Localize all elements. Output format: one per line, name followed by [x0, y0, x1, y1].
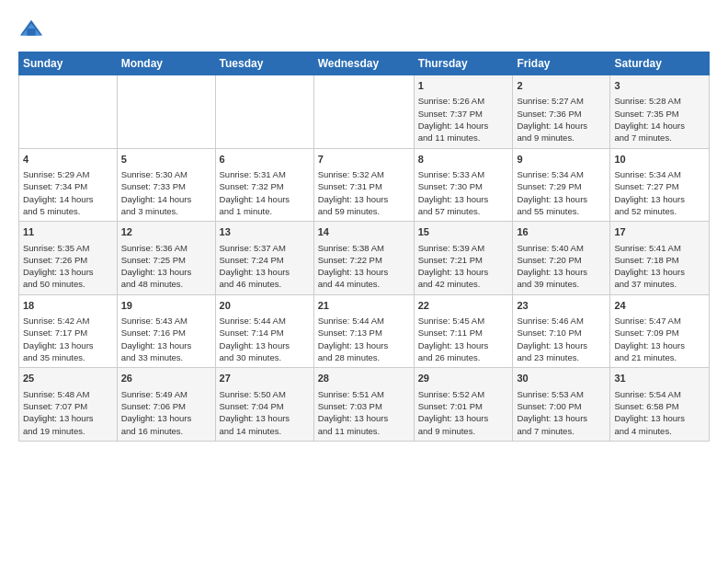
day-info: and 4 minutes.: [614, 425, 705, 437]
day-info: Sunrise: 5:54 AM: [614, 388, 705, 400]
day-number: 10: [614, 153, 705, 167]
week-row-0: 1Sunrise: 5:26 AMSunset: 7:37 PMDaylight…: [19, 75, 710, 149]
day-info: and 48 minutes.: [121, 278, 211, 290]
calendar-cell: 31Sunrise: 5:54 AMSunset: 6:58 PMDayligh…: [610, 368, 710, 442]
day-info: and 35 minutes.: [23, 351, 113, 363]
day-info: Daylight: 13 hours: [23, 266, 113, 278]
calendar-cell: 26Sunrise: 5:49 AMSunset: 7:06 PMDayligh…: [117, 368, 215, 442]
day-info: Daylight: 14 hours: [121, 193, 211, 205]
day-info: Daylight: 14 hours: [614, 120, 705, 132]
day-number: 15: [418, 225, 509, 239]
day-info: Sunset: 7:16 PM: [121, 327, 211, 339]
day-number: 26: [121, 372, 211, 385]
day-number: 3: [614, 79, 705, 93]
day-info: Daylight: 13 hours: [318, 412, 410, 424]
day-info: Sunrise: 5:38 AM: [318, 242, 410, 254]
day-info: Sunset: 7:00 PM: [517, 400, 606, 412]
day-info: Sunset: 7:22 PM: [318, 254, 410, 266]
day-info: Sunrise: 5:28 AM: [614, 95, 705, 107]
day-info: Sunrise: 5:37 AM: [220, 242, 310, 254]
day-info: and 11 minutes.: [418, 132, 509, 144]
day-info: Sunset: 7:06 PM: [121, 400, 211, 412]
calendar-cell: [117, 75, 215, 149]
day-info: Sunrise: 5:42 AM: [23, 315, 113, 327]
calendar-cell: 8Sunrise: 5:33 AMSunset: 7:30 PMDaylight…: [414, 148, 513, 222]
day-info: Daylight: 13 hours: [614, 339, 705, 351]
day-info: Daylight: 14 hours: [220, 193, 310, 205]
calendar-cell: 2Sunrise: 5:27 AMSunset: 7:36 PMDaylight…: [513, 75, 610, 149]
day-info: Sunrise: 5:51 AM: [318, 388, 410, 400]
day-info: and 23 minutes.: [517, 351, 606, 363]
day-info: Sunrise: 5:31 AM: [220, 168, 310, 180]
day-info: and 46 minutes.: [220, 278, 310, 290]
calendar-cell: 10Sunrise: 5:34 AMSunset: 7:27 PMDayligh…: [610, 148, 710, 222]
logo: [18, 17, 48, 42]
day-number: 12: [121, 225, 211, 239]
header-cell-saturday: Saturday: [610, 52, 710, 75]
day-info: Sunset: 7:31 PM: [318, 180, 410, 192]
day-info: Sunrise: 5:44 AM: [220, 315, 310, 327]
week-row-2: 11Sunrise: 5:35 AMSunset: 7:26 PMDayligh…: [19, 222, 710, 295]
day-info: Sunset: 7:35 PM: [614, 108, 705, 120]
day-info: Sunset: 7:21 PM: [418, 254, 509, 266]
day-info: Daylight: 13 hours: [614, 412, 705, 424]
day-number: 21: [318, 299, 410, 313]
day-info: Sunset: 7:04 PM: [220, 400, 310, 412]
day-info: Daylight: 13 hours: [121, 266, 211, 278]
day-info: and 9 minutes.: [418, 425, 509, 437]
day-info: and 55 minutes.: [517, 205, 606, 217]
day-info: and 30 minutes.: [220, 351, 310, 363]
day-info: Sunset: 7:32 PM: [220, 180, 310, 192]
day-number: 16: [517, 225, 606, 239]
day-info: and 11 minutes.: [318, 425, 410, 437]
day-info: Sunset: 7:14 PM: [220, 327, 310, 339]
day-info: and 37 minutes.: [614, 278, 705, 290]
week-row-1: 4Sunrise: 5:29 AMSunset: 7:34 PMDaylight…: [19, 148, 710, 222]
day-number: 30: [517, 372, 606, 385]
day-info: Sunrise: 5:46 AM: [517, 315, 606, 327]
calendar-cell: 1Sunrise: 5:26 AMSunset: 7:37 PMDaylight…: [414, 75, 513, 149]
day-info: Daylight: 13 hours: [418, 193, 509, 205]
day-number: 23: [517, 299, 606, 313]
day-number: 7: [318, 153, 410, 167]
day-number: 29: [418, 372, 509, 385]
day-info: Daylight: 13 hours: [517, 266, 606, 278]
calendar-cell: 11Sunrise: 5:35 AMSunset: 7:26 PMDayligh…: [19, 222, 118, 295]
day-info: Daylight: 13 hours: [614, 266, 705, 278]
day-info: Sunrise: 5:40 AM: [517, 242, 606, 254]
calendar-cell: [19, 75, 118, 149]
day-number: 18: [23, 299, 113, 313]
day-info: Daylight: 13 hours: [517, 339, 606, 351]
calendar-cell: 19Sunrise: 5:43 AMSunset: 7:16 PMDayligh…: [117, 294, 215, 368]
day-info: Daylight: 13 hours: [220, 339, 310, 351]
day-info: Sunrise: 5:33 AM: [418, 168, 509, 180]
day-info: and 3 minutes.: [121, 205, 211, 217]
day-info: Sunrise: 5:41 AM: [614, 242, 705, 254]
header-row: SundayMondayTuesdayWednesdayThursdayFrid…: [19, 52, 710, 75]
calendar-cell: 16Sunrise: 5:40 AMSunset: 7:20 PMDayligh…: [513, 222, 610, 295]
day-info: Sunset: 7:11 PM: [418, 327, 509, 339]
svg-rect-2: [27, 29, 35, 35]
day-info: and 57 minutes.: [418, 205, 509, 217]
logo-icon: [18, 17, 44, 42]
day-info: Daylight: 13 hours: [318, 266, 410, 278]
day-info: Sunset: 7:26 PM: [23, 254, 113, 266]
day-info: Sunrise: 5:34 AM: [614, 168, 705, 180]
day-info: Sunrise: 5:53 AM: [517, 388, 606, 400]
day-info: and 9 minutes.: [517, 132, 606, 144]
week-row-4: 25Sunrise: 5:48 AMSunset: 7:07 PMDayligh…: [19, 368, 710, 442]
calendar-header: SundayMondayTuesdayWednesdayThursdayFrid…: [19, 52, 710, 75]
header-cell-thursday: Thursday: [414, 52, 513, 75]
day-number: 4: [23, 153, 113, 167]
day-info: and 50 minutes.: [23, 278, 113, 290]
day-info: and 33 minutes.: [121, 351, 211, 363]
day-info: Sunrise: 5:26 AM: [418, 95, 509, 107]
calendar-cell: 22Sunrise: 5:45 AMSunset: 7:11 PMDayligh…: [414, 294, 513, 368]
day-info: Daylight: 14 hours: [23, 193, 113, 205]
day-info: Daylight: 13 hours: [418, 339, 509, 351]
day-number: 19: [121, 299, 211, 313]
day-number: 13: [220, 225, 310, 239]
day-info: Sunset: 7:09 PM: [614, 327, 705, 339]
day-info: Sunset: 7:20 PM: [517, 254, 606, 266]
header-cell-tuesday: Tuesday: [215, 52, 313, 75]
